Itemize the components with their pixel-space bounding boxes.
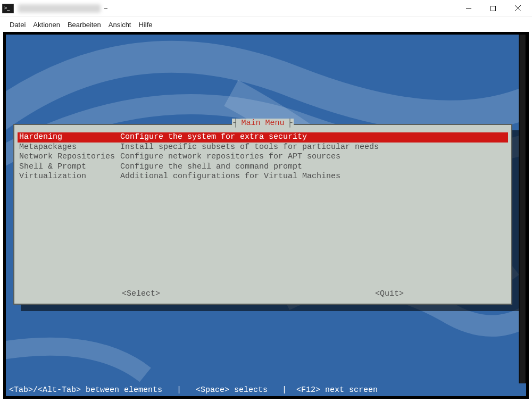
menu-item-desc: Additional configurations for Virtual Ma… <box>120 172 506 182</box>
menu-item-desc: Configure network repositories for APT s… <box>120 152 506 162</box>
terminal-app-icon: >_ <box>2 4 14 13</box>
quit-button[interactable]: <Quit> <box>375 289 404 298</box>
window-controls <box>456 0 530 16</box>
terminal-scrollbar[interactable] <box>519 35 526 383</box>
menu-datei[interactable]: Datei <box>10 21 26 29</box>
menu-item-virtualization[interactable]: Virtualization Additional configurations… <box>18 172 508 182</box>
window-titlebar: >_ ~ <box>0 0 532 17</box>
menu-aktionen[interactable]: Aktionen <box>33 21 60 29</box>
menu-item-label: Metapackages <box>19 143 120 153</box>
dialog-title-left-bar: ┤ <box>232 119 239 128</box>
app-menubar: Datei Aktionen Bearbeiten Ansicht Hilfe <box>0 17 532 32</box>
menu-ansicht[interactable]: Ansicht <box>109 21 131 29</box>
close-button[interactable] <box>505 0 530 16</box>
window-title-suffix: ~ <box>104 4 108 12</box>
dialog-title-wrap: ┤ Main Menu ├ <box>14 119 511 128</box>
keyboard-hint-bar: <Tab>/<Alt-Tab> between elements | <Spac… <box>6 383 519 396</box>
keyboard-hint-text: <Tab>/<Alt-Tab> between elements | <Spac… <box>9 386 378 395</box>
menu-item-label: Network Repositories <box>19 152 120 162</box>
menu-hilfe[interactable]: Hilfe <box>138 21 152 29</box>
terminal-outer: ┤ Main Menu ├ Hardening Configure the sy… <box>3 32 529 399</box>
menu-item-desc: Configure the shell and command prompt <box>120 162 506 172</box>
svg-rect-1 <box>491 6 496 11</box>
menu-item-metapackages[interactable]: Metapackages Install specific subsets of… <box>18 143 508 153</box>
dialog-body: Hardening Configure the system for extra… <box>18 132 508 296</box>
menu-item-network-repositories[interactable]: Network Repositories Configure network r… <box>18 152 508 162</box>
menu-item-label: Virtualization <box>19 172 120 182</box>
dialog-title-right-bar: ├ <box>287 119 294 128</box>
minimize-button[interactable] <box>456 0 481 16</box>
dialog-button-row: <Select> <Quit> <box>14 289 511 298</box>
select-button[interactable]: <Select> <box>122 289 160 298</box>
dialog-title: Main Menu <box>239 119 286 128</box>
window-title-obscured <box>18 4 101 13</box>
main-menu-dialog: ┤ Main Menu ├ Hardening Configure the sy… <box>13 124 512 305</box>
menu-item-hardening[interactable]: Hardening Configure the system for extra… <box>18 132 508 143</box>
menu-item-shell-prompt[interactable]: Shell & Prompt Configure the shell and c… <box>18 162 508 172</box>
menu-item-desc: Install specific subsets of tools for pa… <box>120 143 506 153</box>
menu-item-label: Shell & Prompt <box>19 162 120 172</box>
maximize-button[interactable] <box>481 0 505 16</box>
menu-item-label: Hardening <box>19 132 120 143</box>
terminal-scrollbar-thumb[interactable] <box>520 35 525 383</box>
menu-item-desc: Configure the system for extra security <box>120 132 506 143</box>
terminal-viewport[interactable]: ┤ Main Menu ├ Hardening Configure the sy… <box>6 35 526 396</box>
menu-bearbeiten[interactable]: Bearbeiten <box>68 21 101 29</box>
